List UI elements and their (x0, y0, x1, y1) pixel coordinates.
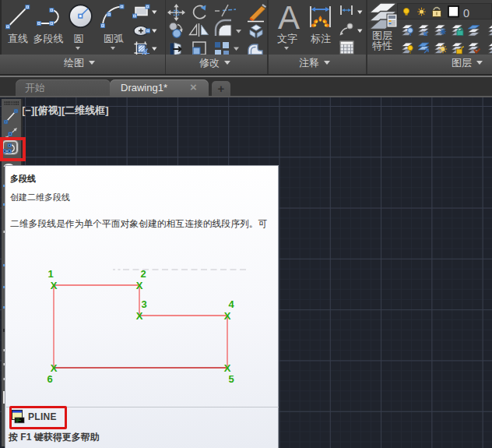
svg-text:X: X (51, 362, 58, 374)
svg-text:X: X (224, 310, 231, 322)
svg-text:X: X (51, 280, 58, 291)
svg-text:2: 2 (140, 268, 146, 280)
svg-text:1: 1 (47, 268, 53, 280)
svg-text:X: X (136, 280, 143, 291)
svg-text:X: X (224, 362, 231, 374)
svg-text:6: 6 (47, 373, 52, 385)
svg-text:X: X (136, 310, 143, 322)
svg-text:0: 0 (463, 7, 469, 19)
svg-text:5: 5 (228, 373, 234, 385)
svg-text:4: 4 (228, 298, 234, 310)
svg-text:A: A (278, 0, 300, 36)
svg-text:3: 3 (141, 298, 146, 310)
